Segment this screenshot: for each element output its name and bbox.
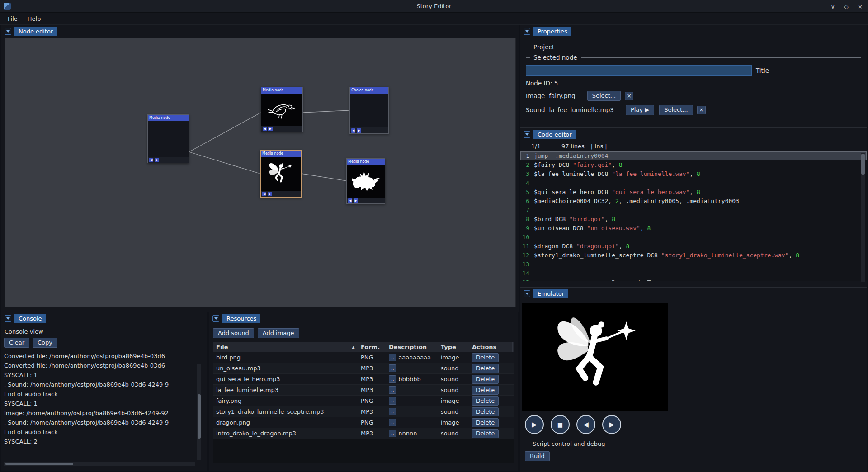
edit-description-button[interactable]: .. [389,408,396,415]
resource-file: la_fee_luminelle.mp3 [213,385,358,395]
properties-panel: Properties Project Selected node Title N… [520,25,867,128]
collapse-icon[interactable] [5,28,11,35]
edit-description-button[interactable]: .. [389,430,396,437]
close-icon[interactable]: × [858,3,863,10]
delete-button[interactable]: Delete [472,353,499,362]
resource-row[interactable]: dragon.pngPNG..imageDelete [213,417,514,428]
edit-description-button[interactable]: .. [389,419,396,426]
resource-row[interactable]: fairy.pngPNG..imageDelete [213,396,514,406]
build-button[interactable]: Build [525,451,550,461]
node-prev-icon[interactable]: ◀ [262,192,266,196]
sound-select-button[interactable]: Select... [659,105,693,115]
minimize-icon[interactable]: ∨ [831,3,835,10]
console-vscrollbar-thumb[interactable] [198,394,201,439]
delete-button[interactable]: Delete [472,396,499,406]
resources-panel: Resources Add sound Add image File ▲ For… [209,312,518,471]
node-id-label: Node ID: 5 [526,80,861,87]
graph-node[interactable]: Media node◀▶ [346,158,385,204]
resource-format: MP3 [358,428,386,439]
node-prev-icon[interactable]: ◀ [351,128,355,133]
column-header-actions[interactable]: Actions [469,342,507,352]
column-header-description[interactable]: Description [386,342,438,352]
row-spacer [507,428,513,439]
code-lines: 1jump··.mediaEntry00042$fairy DC8 "fairy… [520,151,867,281]
node-prev-icon[interactable]: ◀ [149,158,153,162]
node-next-icon[interactable]: ▶ [268,127,272,131]
resource-format: PNG [358,417,386,428]
image-clear-button[interactable]: × [625,92,633,100]
play-sound-button[interactable]: Play ▶ [626,105,654,115]
resource-file: dragon.png [213,417,358,428]
resource-row[interactable]: intro_drako_le_dragon.mp3MP3..nnnnnsound… [213,428,514,439]
node-next-icon[interactable]: ▶ [155,158,159,162]
collapse-icon[interactable] [524,131,530,138]
edit-description-button[interactable]: .. [389,354,396,361]
edit-description-button[interactable]: .. [389,375,396,383]
row-spacer [507,374,513,384]
console-panel: Console Console view Clear Copy Converte… [1,312,207,471]
node-prev-icon[interactable]: ◀ [348,198,352,203]
graph-node[interactable]: Choice node◀▶ [349,87,389,134]
sound-clear-button[interactable]: × [697,106,706,114]
resource-format: MP3 [358,385,386,395]
collapse-icon[interactable] [5,315,11,322]
node-image [261,94,302,126]
node-prev-icon[interactable]: ◀ [263,127,267,131]
collapse-icon[interactable] [524,290,530,297]
code-line: 15 Dragon de Trans [520,278,867,281]
clear-button[interactable]: Clear [4,338,29,348]
edit-description-button[interactable]: .. [389,364,396,372]
menu-file[interactable]: File [3,14,23,24]
add-sound-button[interactable]: Add sound [213,328,254,338]
edit-description-button[interactable]: .. [389,386,396,394]
menu-help[interactable]: Help [23,14,46,24]
resource-row[interactable]: qui_sera_le_hero.mp3MP3..bbbbbbsoundDele… [213,374,514,385]
copy-button[interactable]: Copy [33,338,57,348]
next-button[interactable]: ▶ [602,415,621,434]
node-next-icon[interactable]: ▶ [354,198,358,203]
panel-title-resources: Resources [222,314,260,323]
resource-row[interactable]: story1_drako_luminelle_sceptre.mp3MP3..s… [213,406,514,417]
node-footer: ◀▶ [347,198,385,203]
resource-format: MP3 [358,363,386,373]
image-select-button[interactable]: Select... [587,91,621,101]
graph-node[interactable]: Media node◀▶ [261,87,303,132]
graph-node[interactable]: Media node◀▶ [147,114,189,163]
play-button[interactable]: ▶ [525,415,544,434]
graph-node[interactable]: Media node◀▶ [260,150,302,198]
resource-file: story1_drako_luminelle_sceptre.mp3 [213,406,358,417]
column-header-file[interactable]: File ▲ [213,342,358,352]
delete-button[interactable]: Delete [472,418,499,427]
node-canvas[interactable]: Media node◀▶Media node◀▶Choice node◀▶Med… [5,38,516,307]
code-vscrollbar-thumb[interactable] [861,154,865,175]
console-log-line: Image: /home/anthony/ostproj/ba869e4b-03… [4,408,196,418]
console-hscrollbar-thumb[interactable] [5,463,73,465]
node-title-input[interactable] [526,65,752,76]
resource-row[interactable]: bird.pngPNG..aaaaaaaaaimageDelete [213,352,514,363]
resource-row[interactable]: un_oiseau.mp3MP3..soundDelete [213,363,514,374]
code-line: 2$fairy DC8 "fairy.qoi", 8 [520,160,867,170]
delete-button[interactable]: Delete [472,375,499,384]
column-header-type[interactable]: Type [438,342,469,352]
collapse-icon[interactable] [524,28,530,35]
edit-description-button[interactable]: .. [389,397,396,405]
delete-button[interactable]: Delete [472,407,499,416]
stop-button[interactable]: ■ [551,415,570,434]
image-file-value: fairy.png [549,92,575,99]
sound-file-value: la_fee_luminelle.mp3 [549,106,614,113]
delete-button[interactable]: Delete [472,386,499,395]
add-image-button[interactable]: Add image [258,328,299,338]
resource-row[interactable]: la_fee_luminelle.mp3MP3..soundDelete [213,385,514,396]
node-next-icon[interactable]: ▶ [268,192,272,196]
console-log[interactable]: Converted file: /home/anthony/ostproj/ba… [4,351,196,447]
prev-button[interactable]: ◀ [576,415,595,434]
delete-button[interactable]: Delete [472,429,499,438]
maximize-icon[interactable]: ◇ [844,3,849,10]
console-log-line: SYSCALL: 1 [4,370,196,380]
code-text-area[interactable]: 1jump··.mediaEntry00042$fairy DC8 "fairy… [520,151,867,281]
delete-button[interactable]: Delete [472,364,499,373]
node-next-icon[interactable]: ▶ [357,128,361,133]
column-header-format[interactable]: Form. [358,342,386,352]
row-spacer [507,363,513,373]
collapse-icon[interactable] [212,315,219,322]
